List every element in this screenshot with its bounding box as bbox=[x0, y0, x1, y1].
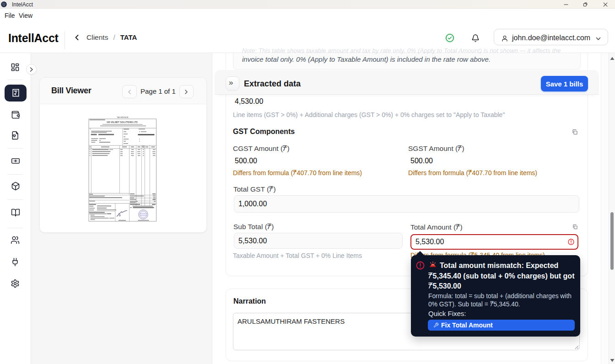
svg-text:GB VALMET SOLUTIONS LTD: GB VALMET SOLUTIONS LTD bbox=[107, 121, 138, 123]
svg-text:TAX INVOICE: TAX INVOICE bbox=[117, 116, 129, 118]
